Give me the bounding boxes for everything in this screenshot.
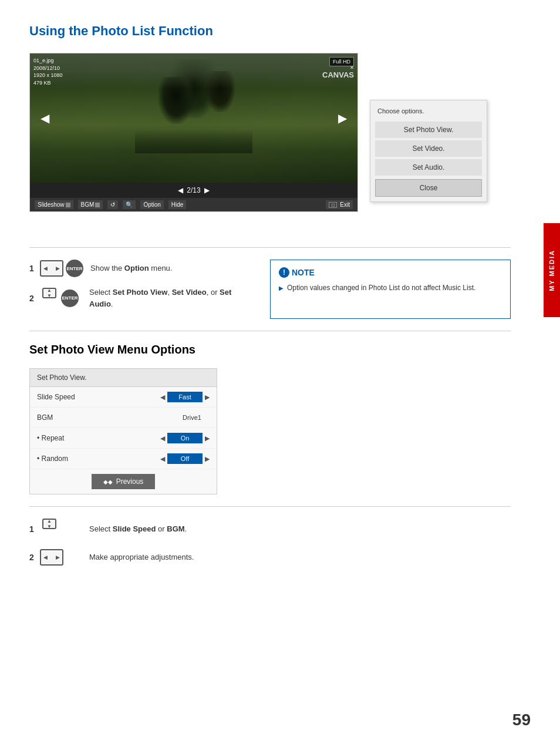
bottom-step1-row: 1 ▲ ▼ Select Slide Speed or BGM. [29,519,511,540]
choose-options-label: Choose options. [375,105,482,117]
menu-row-repeat: • Repeat ◀ On ▶ [30,428,217,449]
zoom-btn[interactable]: 🔍 [123,200,136,209]
up-arrow-icon: ▲ [47,288,52,293]
page-nav: ◀ 2/13 ▶ [178,186,209,194]
note-box: ! NOTE Option values changed in Photo Li… [270,260,511,319]
previous-button[interactable]: ◆◆ Previous [92,474,156,489]
random-control: ◀ Off ▶ [160,453,210,464]
step2-text: Select Set Photo View, Set Video, or Set… [89,287,252,309]
repeat-label: • Repeat [37,434,156,442]
section2-title: Set Photo View Menu Options [29,343,511,356]
slideshow-btn[interactable]: Slideshow [35,200,73,209]
bottom-lr-remote-icon: ◀ ▶ [40,549,63,566]
random-left-arrow[interactable]: ◀ [160,455,165,463]
step2-number: 2 [29,294,38,303]
bottom-step2-icons: 2 ◀ ▶ [29,549,82,566]
divider2 [29,331,511,331]
bgm-control: Drive1 [174,412,210,423]
bgm-icon [95,203,100,207]
bgm-label: BGM [37,413,170,422]
bgm-value: Drive1 [174,412,210,423]
right-arrow-icon: ▶ [56,265,60,271]
menu-row-bgm: BGM Drive1 [30,408,217,428]
photo-image-area: 01_e.jpg 2008/12/10 1920 x 1080 479 KB F… [30,53,357,183]
slide-speed-label: Slide Speed [37,393,156,401]
bottom-left-arrow-icon: ◀ [43,554,48,560]
bottom-right-arrow-icon: ▶ [56,554,60,560]
close-popup-btn[interactable]: Close [375,179,482,197]
step1-number: 1 [29,264,38,273]
photo-page-controls: ◀ 2/13 ▶ [30,183,357,198]
step1-text: Show the Option menu. [90,263,172,274]
menu-prev-btn-area: ◆◆ Previous [30,469,217,494]
slideshow-icon [66,203,70,207]
instruction-steps: 1 ◀ ▶ ENTER Show the Option menu. 2 [29,260,252,319]
page-prev-btn[interactable]: ◀ [178,186,183,194]
repeat-value: On [167,433,203,443]
set-photo-view-btn[interactable]: Set Photo View. [375,122,482,138]
bottom-step1-bold1: Slide Speed [113,524,156,533]
divider1 [29,247,511,248]
note-title: ! NOTE [279,267,502,278]
rotate-btn[interactable]: ↺ [107,200,118,209]
bgm-btn[interactable]: BGM [78,200,103,209]
step2-icons: 2 ▲ ▼ ENTER [29,288,82,309]
photo-date: 2008/12/10 [33,65,63,72]
step2-bold2: Set Video [172,288,207,297]
bottom-ud-arrows-box: ▲ ▼ [42,519,56,529]
sidebar-label: MY MEDIA [548,250,555,291]
page-indicator: 2/13 [187,186,200,194]
options-popup: Choose options. Set Photo View. Set Vide… [370,100,487,202]
exit-icon: □ [329,202,337,208]
bottom-down-arrow-icon: ▼ [47,524,52,529]
next-photo-arrow[interactable]: ▶ [333,109,352,127]
enter-btn-icon2: ENTER [61,290,79,307]
exit-btn[interactable]: □ Exit [326,200,353,209]
photo-resolution: 1920 x 1080 [33,72,63,79]
slide-speed-control: ◀ Fast ▶ [160,392,210,402]
prev-btn-label: Previous [116,477,144,486]
menu-box: Set Photo View. Slide Speed ◀ Fast ▶ BGM… [29,368,217,494]
random-value: Off [167,453,203,464]
bottom-step2-row: 2 ◀ ▶ Make appropriate adjustments. [29,549,511,566]
photo-ui: 01_e.jpg 2008/12/10 1920 x 1080 479 KB F… [29,53,358,212]
hide-btn[interactable]: Hide [168,200,187,209]
step2-row: 2 ▲ ▼ ENTER Select Set Photo View, Set V… [29,287,252,309]
step1-option-bold: Option [124,264,149,272]
repeat-right-arrow[interactable]: ▶ [205,435,210,442]
step1-row: 1 ◀ ▶ ENTER Show the Option menu. [29,260,252,277]
note-content: Option values changed in Photo List do n… [279,282,502,293]
slide-speed-left-arrow[interactable]: ◀ [160,393,165,401]
section1-title: Using the Photo List Function [29,23,511,39]
repeat-control: ◀ On ▶ [160,433,210,443]
photo-filename: 01_e.jpg [33,57,63,65]
step1-icons: 1 ◀ ▶ ENTER [29,260,83,277]
page-next-btn[interactable]: ▶ [204,186,210,194]
bottom-up-arrow-icon: ▲ [47,519,52,524]
slide-speed-right-arrow[interactable]: ▶ [205,393,210,401]
left-arrow-icon: ◀ [43,265,48,271]
divider3 [29,506,511,507]
enter-btn-icon1: ENTER [66,260,83,277]
note-icon: ! [279,267,289,278]
bottom-ud-remote-icon: ▲ ▼ [40,519,59,540]
bottom-step1-text: Select Slide Speed or BGM. [89,523,187,535]
option-btn[interactable]: Option [140,200,163,209]
instructions-area: 1 ◀ ▶ ENTER Show the Option menu. 2 [29,260,511,319]
ud-remote-icon: ▲ ▼ [40,288,59,309]
bottom-step2-number: 2 [29,553,38,562]
photo-size: 479 KB [33,79,63,87]
random-right-arrow[interactable]: ▶ [205,455,210,463]
repeat-left-arrow[interactable]: ◀ [160,435,165,442]
photo-bottom-controls: Slideshow BGM ↺ 🔍 Option Hide □ [30,198,357,211]
set-video-btn[interactable]: Set Video. [375,140,482,157]
photo-info: 01_e.jpg 2008/12/10 1920 x 1080 479 KB [33,57,63,86]
set-audio-btn[interactable]: Set Audio. [375,159,482,176]
page-number: 59 [512,711,531,729]
bottom-step1-icons: 1 ▲ ▼ [29,519,82,540]
menu-row-slide-speed: Slide Speed ◀ Fast ▶ [30,387,217,408]
bottom-steps: 1 ▲ ▼ Select Slide Speed or BGM. 2 ◀ ▶ [29,519,511,566]
prev-photo-arrow[interactable]: ◀ [36,109,54,127]
menu-row-random: • Random ◀ Off ▶ [30,449,217,469]
bottom-step2-text: Make appropriate adjustments. [89,551,194,563]
